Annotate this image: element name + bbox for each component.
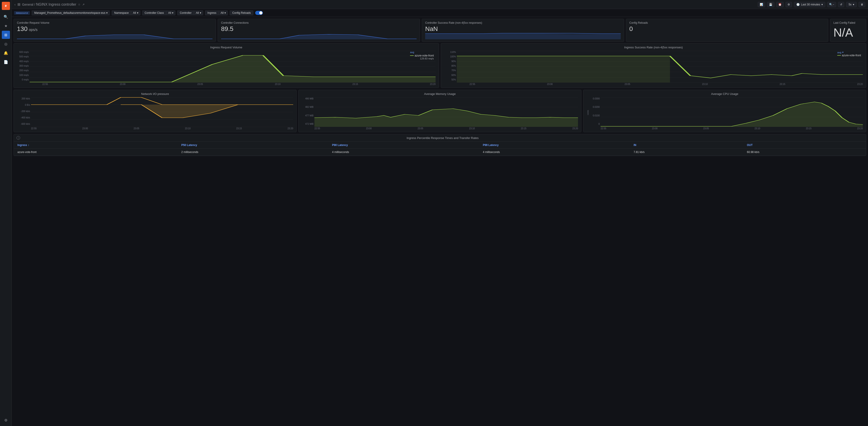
topbar: ‹ ⊞ General / NGINX Ingress controller ☆… [12, 0, 868, 9]
col-in[interactable]: IN [630, 142, 743, 149]
svg-marker-35 [600, 102, 863, 127]
clock-icon-2: 🕐 [796, 3, 800, 6]
col-p90[interactable]: P90 Latency [329, 142, 479, 149]
sidebar-item-settings[interactable]: ⚙ [2, 416, 10, 424]
namespace-filter: Namespace All ▾ [112, 10, 140, 15]
svg-point-0 [4, 4, 8, 8]
ingress-success-x-axis: 22:5523:0023:0523:1023:1523:20 [457, 83, 863, 86]
breadcrumb-general[interactable]: General [22, 3, 33, 6]
controller-label: Controller [177, 10, 194, 15]
breadcrumb: General / NGINX Ingress controller [22, 2, 76, 6]
cell-out: 60.98 kb/s [743, 149, 866, 156]
cpu-cores-label: cores [587, 112, 589, 115]
cell-p99: 4 milliseconds [479, 149, 630, 156]
data-table: Ingress ↕ P50 Latency P90 Latency P99 La… [14, 142, 866, 156]
sidebar-collapse-icon[interactable]: ‹ [14, 3, 16, 6]
sidebar: 🔍 ★ ⊞ ◎ 🔔 📄 ⚙ [0, 0, 12, 426]
breadcrumb-separator: / [34, 3, 35, 6]
ingress-request-x-axis: 22:5523:0023:0523:1023:1523:20 [30, 83, 436, 86]
ingress-request-chart [30, 51, 436, 83]
datasource-value[interactable]: Managed_Prometheus_defaultazuremonitorwo… [32, 10, 110, 15]
config-reloads-label: Config Reloads [230, 10, 253, 15]
network-io-x-axis: 22:5523:0023:0523:1023:1523:20 [31, 127, 293, 130]
table-header-bar: i Ingress Percentile Response Times and … [14, 134, 866, 142]
controller-value[interactable]: All ▾ [194, 10, 203, 15]
avg-dropdown[interactable]: ▾ [842, 51, 844, 54]
cell-in: 7.81 kb/s [630, 149, 743, 156]
sidebar-item-alerting[interactable]: 🔔 [2, 49, 10, 57]
success-rate-title: Controller Success Rate (non-4|5xx respo… [425, 21, 621, 24]
ingress-success-rate-card: Ingress Success Rate (non-4|5xx response… [441, 43, 866, 88]
info-icon[interactable]: i [17, 136, 20, 140]
alert-button[interactable]: ⏰ [776, 2, 784, 7]
last-config-failed-value: N/A [833, 26, 863, 39]
bottom-charts-row: Network I/O pressure 200 kb/s0 B/s-200 k… [13, 90, 866, 132]
datasource-label[interactable]: datasource [14, 11, 30, 15]
clock-icon: ⏰ [778, 3, 782, 6]
svg-marker-3 [425, 34, 621, 39]
chevron-icon-cc: ▾ [172, 11, 174, 14]
chevron-icon-ns: ▾ [137, 11, 138, 14]
add-panel-button[interactable]: 📊 [758, 2, 765, 7]
sidebar-item-explore[interactable]: ◎ [2, 40, 10, 48]
chevron-icon-ing: ▾ [224, 11, 226, 14]
col-out[interactable]: OUT [743, 142, 866, 149]
config-reload-toggle-group: Config Reloads [230, 10, 263, 15]
star-icon[interactable]: ☆ [78, 3, 81, 6]
ingress-charts-row: Ingress Request Volume 600 req/s500 req/… [13, 43, 866, 88]
col-ingress[interactable]: Ingress ↕ [14, 142, 178, 149]
legend-value: 129.83 req/s [410, 57, 434, 60]
namespace-label: Namespace [112, 10, 131, 15]
avg-memory-card: Average Memory Usage 486 MiB482 MiB477 M… [298, 90, 581, 132]
legend-series-label: azure-vote-front [414, 54, 434, 57]
grid-icon: ⊞ [18, 2, 20, 6]
request-volume-value: 130 ops/s [17, 25, 213, 33]
settings-button[interactable]: ⚙ [785, 2, 792, 7]
table-row: azure-vote-front 2 milliseconds 4 millis… [14, 149, 866, 156]
ingress-filter: Ingress All ▾ [205, 10, 228, 15]
datasource-filter: Managed_Prometheus_defaultazuremonitorwo… [32, 10, 110, 15]
tv-mode-button[interactable]: 🖥 [859, 2, 865, 7]
controller-class-value[interactable]: All ▾ [166, 10, 176, 15]
config-reloads-card: Config Reloads 0 [626, 19, 828, 42]
sidebar-item-starred[interactable]: ★ [2, 22, 10, 30]
zoom-out-button[interactable]: 🔍− [827, 2, 836, 7]
namespace-value[interactable]: All ▾ [131, 10, 140, 15]
app-logo[interactable] [2, 2, 10, 10]
request-volume-sparkline [17, 33, 213, 39]
refresh-button[interactable]: ↺ [838, 2, 844, 7]
filterbar: datasource Managed_Prometheus_defaultazu… [12, 9, 868, 17]
avg-memory-title: Average Memory Usage [302, 92, 578, 96]
col-p50[interactable]: P50 Latency [178, 142, 329, 149]
sidebar-item-search[interactable]: 🔍 [2, 13, 10, 21]
chevron-icon-ctrl: ▾ [200, 11, 201, 14]
config-reloads-title: Config Reloads [629, 21, 825, 24]
bar-chart-icon: 📊 [760, 3, 763, 6]
share-icon[interactable]: ↗ [82, 3, 85, 6]
time-range-picker[interactable]: 🕐 Last 30 minutes ▾ [794, 2, 826, 7]
last-config-failed-title: Last Config Failed [833, 21, 863, 24]
ingress-success-y-axis: 110%100%90%80%70%60%50% [444, 51, 457, 81]
refresh-interval-picker[interactable]: 5s ▾ [846, 2, 857, 7]
save-button[interactable]: 💾 [767, 2, 774, 7]
sort-icon: ↕ [28, 143, 29, 147]
cell-p50: 2 milliseconds [178, 149, 329, 156]
sidebar-item-dashboards[interactable]: ⊞ [2, 31, 10, 39]
config-reloads-value: 0 [629, 25, 825, 33]
avg-cpu-x-axis: 22:5523:0023:0523:1023:1523:20 [600, 127, 863, 130]
ingress-value[interactable]: All ▾ [219, 10, 228, 15]
success-rate-value: NaN [425, 25, 621, 33]
success-rate-sparkline [425, 33, 621, 39]
config-reloads-toggle[interactable] [255, 11, 263, 15]
ingress-request-volume-card: Ingress Request Volume 600 req/s500 req/… [13, 43, 439, 88]
network-io-card: Network I/O pressure 200 kb/s0 B/s-200 k… [13, 90, 297, 132]
request-volume-title: Controller Request Volume [17, 21, 213, 24]
breadcrumb-title: NGINX Ingress controller [36, 2, 76, 6]
table-section: i Ingress Percentile Response Times and … [13, 134, 866, 156]
ingress-success-legend: avg ▾ azure-vote-front [837, 51, 861, 57]
svg-marker-2 [221, 35, 416, 39]
controller-filter: Controller All ▾ [177, 10, 203, 15]
col-p99[interactable]: P99 Latency [479, 142, 630, 149]
sidebar-item-plugins[interactable]: 📄 [2, 58, 10, 66]
request-volume-card: Controller Request Volume 130 ops/s [13, 19, 216, 42]
